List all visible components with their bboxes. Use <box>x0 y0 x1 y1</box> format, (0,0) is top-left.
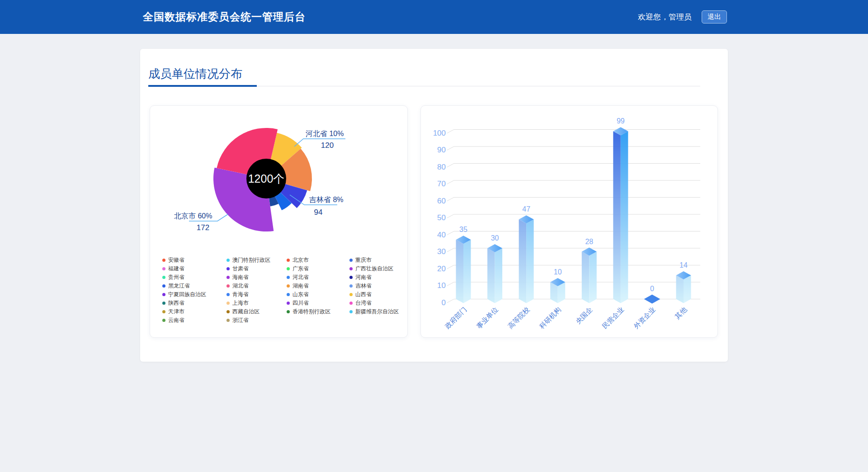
legend-label: 山西省 <box>355 291 372 298</box>
bar-2[interactable] <box>519 215 534 303</box>
legend-label: 宁夏回族自治区 <box>168 291 206 298</box>
legend-item-1[interactable]: 澳门特别行政区 <box>226 256 287 264</box>
bar-4[interactable] <box>582 248 597 303</box>
legend-dot <box>162 302 165 305</box>
legend-item-20[interactable]: 陕西省 <box>162 299 226 307</box>
section-title: 成员单位情况分布 <box>148 66 242 82</box>
legend-item-10[interactable]: 河北省 <box>287 273 349 282</box>
legend-item-9[interactable]: 海南省 <box>226 273 287 282</box>
legend-label: 山东省 <box>292 291 309 298</box>
legend-item-23[interactable]: 台湾省 <box>349 299 408 307</box>
y-tick-label-80: 80 <box>437 163 446 171</box>
legend-dot <box>226 276 230 279</box>
bar-7[interactable] <box>676 271 691 303</box>
legend-item-4[interactable]: 福建省 <box>162 264 226 273</box>
bar-3[interactable] <box>550 278 565 303</box>
legend-item-22[interactable]: 四川省 <box>287 299 349 307</box>
legend-dot <box>226 259 230 262</box>
x-category-label-2: 高等院校 <box>506 306 531 330</box>
gridline-20 <box>447 265 700 269</box>
legend-label: 北京市 <box>292 256 309 264</box>
legend-dot <box>162 284 165 288</box>
bar-value-label-6: 0 <box>650 285 654 293</box>
legend-item-0[interactable]: 安徽省 <box>162 256 226 264</box>
member-distribution-card: 成员单位情况分布 1200个河北省 10%120吉林省 8%94北京市 60%1… <box>140 49 728 362</box>
legend-dot <box>162 293 165 296</box>
legend-label: 天津市 <box>168 308 184 316</box>
legend-item-28[interactable]: 云南省 <box>162 316 226 325</box>
bar-value-label-2: 47 <box>522 205 530 213</box>
legend-item-2[interactable]: 北京市 <box>287 256 349 264</box>
callout-value-2: 172 <box>197 223 209 232</box>
callout-label-2: 北京市 60% <box>174 212 212 220</box>
legend-item-12[interactable]: 黑龙江省 <box>162 282 226 290</box>
legend-label: 香港特别行政区 <box>292 308 330 316</box>
gridline-0 <box>447 299 700 303</box>
app-title: 全国数据标准委员会统一管理后台 <box>143 10 306 24</box>
legend-item-11[interactable]: 河南省 <box>349 273 408 282</box>
legend-item-6[interactable]: 广东省 <box>287 264 349 273</box>
legend-dot <box>349 284 353 288</box>
gridline-90 <box>447 146 700 150</box>
bar-chart-panel: 010203040506070809010035政府部门30事业单位47高等院校… <box>420 105 718 338</box>
callout-label-1: 吉林省 8% <box>309 196 344 203</box>
bar-value-label-1: 30 <box>491 234 499 242</box>
legend-label: 安徽省 <box>168 256 184 264</box>
legend-dot <box>226 302 230 305</box>
legend-label: 贵州省 <box>168 274 184 281</box>
legend-label: 湖北省 <box>232 282 249 290</box>
bar-0[interactable] <box>456 236 471 303</box>
legend-item-21[interactable]: 上海市 <box>226 299 287 307</box>
legend-dot <box>349 276 353 279</box>
legend-label: 湖南省 <box>292 282 309 290</box>
legend-item-25[interactable]: 西藏自治区 <box>226 307 287 316</box>
section-divider-accent <box>148 85 257 87</box>
legend-dot <box>349 267 353 270</box>
legend-label: 新疆维吾尔自治区 <box>355 308 399 316</box>
legend-item-26[interactable]: 香港特别行政区 <box>287 307 349 316</box>
legend-item-8[interactable]: 贵州省 <box>162 273 226 282</box>
y-tick-label-60: 60 <box>437 197 446 205</box>
legend-item-27[interactable]: 新疆维吾尔自治区 <box>349 307 408 316</box>
legend-label: 河南省 <box>355 274 372 281</box>
bar-chart: 010203040506070809010035政府部门30事业单位47高等院校… <box>421 106 718 338</box>
x-category-label-6: 外资企业 <box>632 306 656 330</box>
bar-value-label-7: 14 <box>679 261 688 269</box>
gridline-40 <box>447 231 700 235</box>
y-tick-label-20: 20 <box>437 264 446 273</box>
y-tick-label-50: 50 <box>437 213 446 222</box>
callout-line-0 <box>294 139 345 146</box>
gridline-50 <box>447 214 700 218</box>
app-header: 全国数据标准委员会统一管理后台 欢迎您，管理员 退出 <box>0 0 868 34</box>
y-tick-label-70: 70 <box>437 179 446 188</box>
bar-6[interactable] <box>644 295 660 304</box>
legend-label: 浙江省 <box>232 316 249 324</box>
legend-item-15[interactable]: 吉林省 <box>349 282 408 290</box>
legend-item-17[interactable]: 青海省 <box>226 290 287 299</box>
legend-dot <box>287 267 290 270</box>
bar-1[interactable] <box>487 244 502 303</box>
legend-item-5[interactable]: 甘肃省 <box>226 264 287 273</box>
legend-label: 澳门特别行政区 <box>232 256 270 264</box>
callout-value-1: 94 <box>314 208 323 217</box>
legend-item-3[interactable]: 重庆市 <box>349 256 408 264</box>
logout-button[interactable]: 退出 <box>702 10 727 24</box>
welcome-text: 欢迎您，管理员 <box>638 12 692 22</box>
pie-center-label: 1200个 <box>248 172 285 185</box>
legend-label: 上海市 <box>232 299 249 307</box>
bar-5[interactable] <box>613 127 628 303</box>
legend-label: 广西壮族自治区 <box>355 265 393 273</box>
legend-item-29[interactable]: 浙江省 <box>226 316 287 325</box>
x-category-label-3: 科研机构 <box>538 306 562 330</box>
legend-item-18[interactable]: 山东省 <box>287 290 349 299</box>
legend-item-14[interactable]: 湖南省 <box>287 282 349 290</box>
legend-item-16[interactable]: 宁夏回族自治区 <box>162 290 226 299</box>
legend-item-13[interactable]: 湖北省 <box>226 282 287 290</box>
legend-item-7[interactable]: 广西壮族自治区 <box>349 264 408 273</box>
legend-dot <box>162 310 165 313</box>
legend-label: 广东省 <box>292 265 309 273</box>
legend-item-24[interactable]: 天津市 <box>162 307 226 316</box>
legend-item-19[interactable]: 山西省 <box>349 290 408 299</box>
legend-label: 吉林省 <box>355 282 372 290</box>
legend-dot <box>287 259 290 262</box>
